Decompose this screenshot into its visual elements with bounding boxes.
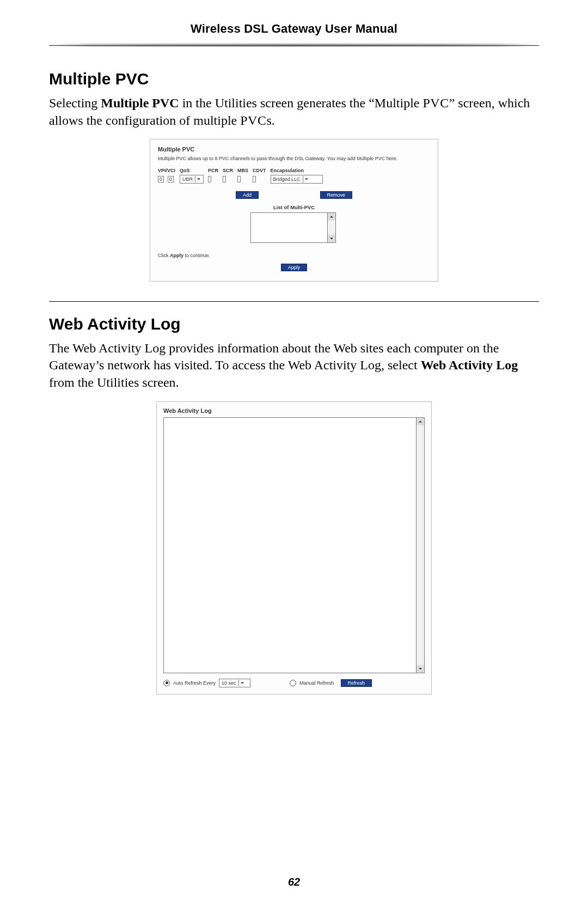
col-pcr: PCR — [208, 168, 223, 175]
panel-title: Web Activity Log — [163, 407, 425, 414]
log-textarea[interactable] — [163, 417, 416, 673]
text-strong: Web Activity Log — [421, 358, 518, 372]
encapsulation-select[interactable]: Bridged LLC — [271, 175, 323, 184]
scroll-track[interactable] — [416, 425, 424, 665]
text: s. — [266, 113, 274, 127]
running-header: Wireless DSL Gateway User Manual — [49, 22, 539, 44]
refresh-interval-select[interactable]: 10 sec — [219, 679, 250, 687]
apply-button[interactable]: Apply — [281, 264, 308, 271]
manual-refresh-label: Manual Refresh — [299, 680, 334, 686]
apply-hint: Click Apply to continue. — [158, 253, 430, 258]
section-divider — [49, 301, 539, 302]
log-paragraph: The Web Activity Log provides informatio… — [49, 340, 539, 392]
refresh-interval-value: 10 sec — [222, 680, 236, 686]
log-scrollbar[interactable] — [416, 417, 425, 673]
refresh-button[interactable]: Refresh — [341, 679, 372, 687]
text: Selecting — [49, 96, 101, 110]
qos-value: UBR — [182, 176, 193, 182]
scroll-up-icon[interactable] — [328, 213, 335, 221]
scr-input[interactable] — [223, 176, 226, 182]
pcr-input[interactable] — [208, 176, 211, 182]
multi-pvc-listbox[interactable] — [250, 212, 328, 243]
vci-input[interactable]: 0 — [168, 176, 174, 182]
qos-select[interactable]: UBR — [180, 175, 204, 184]
col-scr: SCR — [223, 168, 237, 175]
text-smallcaps: PVC — [423, 96, 449, 110]
panel-title: Multiple PVC — [158, 146, 430, 153]
col-encap: Encapsulation — [271, 168, 327, 175]
chevron-down-icon — [195, 176, 202, 182]
auto-refresh-label: Auto Refresh Every — [173, 680, 216, 686]
mbs-input[interactable] — [237, 176, 241, 182]
pvc-paragraph: Selecting Multiple PVC in the Utilities … — [49, 95, 539, 129]
screenshot-multiple-pvc: Multiple PVC Multiple PVC allows up to 8… — [150, 139, 438, 281]
add-button[interactable]: Add — [236, 191, 259, 199]
pvc-config-row: VPI/VCI QoS PCR SCR MBS CDVT Encapsulati… — [158, 168, 327, 184]
page-number: 62 — [0, 876, 588, 888]
cdvt-input[interactable] — [253, 176, 256, 182]
text-smallcaps: PVC — [240, 113, 266, 127]
panel-intro: Multiple PVC allows up to 8 PVC channels… — [158, 156, 430, 162]
vpi-input[interactable]: 0 — [158, 176, 164, 182]
listbox-scrollbar[interactable] — [328, 212, 336, 243]
encapsulation-value: Bridged LLC — [273, 176, 301, 182]
screenshot-web-activity-log: Web Activity Log Auto Refresh Every 10 s… — [156, 401, 432, 694]
text: in the Utilities screen generates the “M… — [179, 96, 423, 110]
text-strong: Multiple PVC — [101, 96, 179, 110]
section-heading-web-activity-log: Web Activity Log — [49, 315, 539, 333]
scroll-down-icon[interactable] — [328, 235, 335, 242]
chevron-down-icon — [303, 176, 310, 182]
scroll-up-icon[interactable] — [416, 418, 424, 425]
text: from the Utilities screen. — [49, 375, 179, 389]
auto-refresh-radio[interactable] — [163, 680, 170, 686]
col-mbs: MBS — [237, 168, 253, 175]
chevron-down-icon — [238, 680, 246, 686]
section-heading-multiple-pvc: Multiple PVC — [49, 70, 539, 88]
list-title: List of Multi-PVC — [158, 204, 430, 210]
header-rule — [49, 44, 539, 47]
col-cdvt: CDVT — [253, 168, 271, 175]
manual-refresh-radio[interactable] — [290, 680, 296, 686]
col-qos: QoS — [180, 168, 208, 175]
scroll-track[interactable] — [328, 221, 335, 235]
scroll-down-icon[interactable] — [416, 665, 424, 673]
col-vpi-vci: VPI/VCI — [158, 168, 180, 175]
remove-button[interactable]: Remove — [320, 191, 353, 199]
